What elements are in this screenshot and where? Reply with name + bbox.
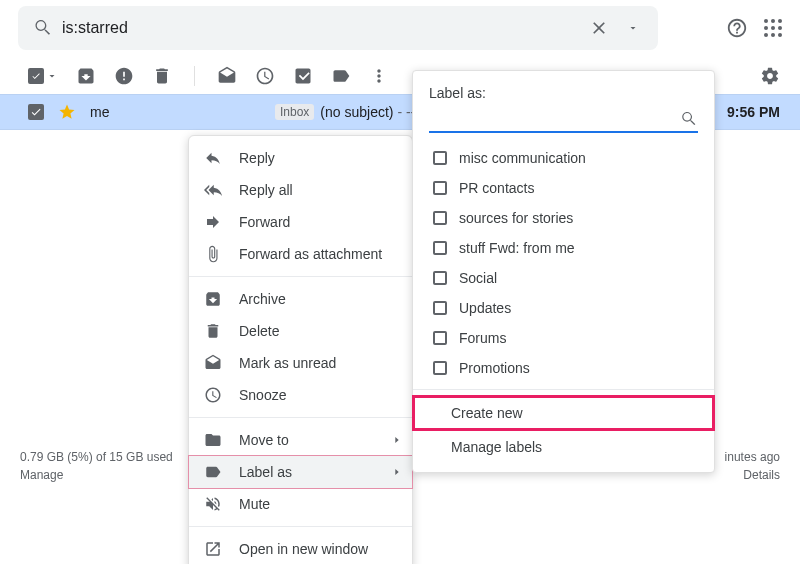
menu-open-new-label: Open in new window bbox=[239, 541, 368, 557]
menu-forward-attach-label: Forward as attachment bbox=[239, 246, 382, 262]
top-right-controls bbox=[726, 17, 782, 39]
menu-label-as-label: Label as bbox=[239, 464, 292, 480]
report-spam-icon[interactable] bbox=[114, 66, 134, 86]
label-option-text: sources for stories bbox=[459, 210, 573, 226]
menu-forward-attach[interactable]: Forward as attachment bbox=[189, 238, 412, 270]
menu-forward-label: Forward bbox=[239, 214, 290, 230]
context-menu: Reply Reply all Forward Forward as attac… bbox=[188, 135, 413, 564]
activity-footer: inutes ago Details bbox=[725, 448, 780, 484]
label-option-text: Updates bbox=[459, 300, 511, 316]
menu-open-new[interactable]: Open in new window bbox=[189, 533, 412, 564]
label-option-text: misc communication bbox=[459, 150, 586, 166]
sender: me bbox=[90, 104, 109, 120]
apps-icon[interactable] bbox=[764, 19, 782, 37]
checkbox-icon[interactable] bbox=[433, 181, 447, 195]
message-time: 9:56 PM bbox=[727, 104, 780, 120]
delete-icon[interactable] bbox=[152, 66, 172, 86]
menu-divider bbox=[189, 526, 412, 527]
label-option[interactable]: misc communication bbox=[413, 143, 714, 173]
inbox-chip[interactable]: Inbox bbox=[275, 104, 314, 120]
checkbox-icon[interactable] bbox=[433, 361, 447, 375]
menu-mute[interactable]: Mute bbox=[189, 488, 412, 520]
checkbox-icon[interactable] bbox=[433, 271, 447, 285]
search-input[interactable] bbox=[60, 18, 582, 38]
menu-label-as[interactable]: Label as bbox=[189, 456, 412, 488]
manage-labels[interactable]: Manage labels bbox=[413, 430, 714, 464]
search-box[interactable] bbox=[18, 6, 658, 50]
move-to-icon[interactable] bbox=[331, 66, 351, 86]
manage-link[interactable]: Manage bbox=[20, 466, 173, 484]
search-options-icon[interactable] bbox=[616, 22, 650, 34]
checkbox-icon[interactable] bbox=[433, 301, 447, 315]
label-option[interactable]: stuff Fwd: from me bbox=[413, 233, 714, 263]
select-all-checkbox[interactable] bbox=[28, 68, 44, 84]
menu-forward[interactable]: Forward bbox=[189, 206, 412, 238]
menu-mark-unread[interactable]: Mark as unread bbox=[189, 347, 412, 379]
menu-archive[interactable]: Archive bbox=[189, 283, 412, 315]
label-option[interactable]: Social bbox=[413, 263, 714, 293]
mark-unread-icon bbox=[203, 354, 223, 372]
label-option-text: Promotions bbox=[459, 360, 530, 376]
settings-icon[interactable] bbox=[760, 66, 780, 86]
manage-labels-text: Manage labels bbox=[451, 439, 542, 455]
menu-move-to[interactable]: Move to bbox=[189, 424, 412, 456]
toolbar-separator bbox=[194, 66, 195, 86]
label-option[interactable]: Updates bbox=[413, 293, 714, 323]
label-option[interactable]: Forums bbox=[413, 323, 714, 353]
open-new-icon bbox=[203, 540, 223, 558]
more-icon[interactable] bbox=[369, 66, 389, 86]
label-option[interactable]: PR contacts bbox=[413, 173, 714, 203]
mark-unread-icon[interactable] bbox=[217, 66, 237, 86]
popover-divider bbox=[413, 389, 714, 390]
create-new-label-text: Create new bbox=[451, 405, 523, 421]
menu-delete[interactable]: Delete bbox=[189, 315, 412, 347]
attachment-icon bbox=[203, 245, 223, 263]
snooze-icon[interactable] bbox=[255, 66, 275, 86]
trash-icon bbox=[203, 322, 223, 340]
search-icon bbox=[680, 110, 698, 128]
folder-icon bbox=[203, 431, 223, 449]
menu-mute-label: Mute bbox=[239, 496, 270, 512]
reply-all-icon bbox=[203, 181, 223, 199]
details-link[interactable]: Details bbox=[725, 466, 780, 484]
menu-archive-label: Archive bbox=[239, 291, 286, 307]
select-all-control[interactable] bbox=[28, 68, 58, 84]
label-option-text: Social bbox=[459, 270, 497, 286]
label-option-text: PR contacts bbox=[459, 180, 534, 196]
label-option-text: stuff Fwd: from me bbox=[459, 240, 575, 256]
menu-reply-all[interactable]: Reply all bbox=[189, 174, 412, 206]
label-icon bbox=[203, 463, 223, 481]
activity-text: inutes ago bbox=[725, 448, 780, 466]
archive-icon bbox=[203, 290, 223, 308]
storage-text: 0.79 GB (5%) of 15 GB used bbox=[20, 448, 173, 466]
label-search-input[interactable] bbox=[429, 110, 680, 128]
menu-divider bbox=[189, 417, 412, 418]
menu-reply[interactable]: Reply bbox=[189, 142, 412, 174]
add-to-tasks-icon[interactable] bbox=[293, 66, 313, 86]
checkbox-icon[interactable] bbox=[433, 241, 447, 255]
chevron-right-icon bbox=[392, 435, 402, 445]
checkbox-icon[interactable] bbox=[433, 151, 447, 165]
star-icon[interactable] bbox=[58, 103, 76, 121]
reply-icon bbox=[203, 149, 223, 167]
help-icon[interactable] bbox=[726, 17, 748, 39]
menu-delete-label: Delete bbox=[239, 323, 279, 339]
label-option[interactable]: sources for stories bbox=[413, 203, 714, 233]
create-new-label[interactable]: Create new bbox=[413, 396, 714, 430]
row-checkbox[interactable] bbox=[28, 104, 44, 120]
top-bar bbox=[0, 0, 800, 56]
checkbox-icon[interactable] bbox=[433, 331, 447, 345]
label-option-text: Forums bbox=[459, 330, 506, 346]
search-icon bbox=[26, 18, 60, 38]
menu-snooze[interactable]: Snooze bbox=[189, 379, 412, 411]
menu-reply-label: Reply bbox=[239, 150, 275, 166]
menu-divider bbox=[189, 276, 412, 277]
popover-title: Label as: bbox=[413, 81, 714, 107]
archive-icon[interactable] bbox=[76, 66, 96, 86]
menu-reply-all-label: Reply all bbox=[239, 182, 293, 198]
label-search[interactable] bbox=[429, 107, 698, 133]
label-popover: Label as: misc communicationPR contactss… bbox=[412, 70, 715, 473]
label-option[interactable]: Promotions bbox=[413, 353, 714, 383]
clear-search-icon[interactable] bbox=[582, 18, 616, 38]
checkbox-icon[interactable] bbox=[433, 211, 447, 225]
